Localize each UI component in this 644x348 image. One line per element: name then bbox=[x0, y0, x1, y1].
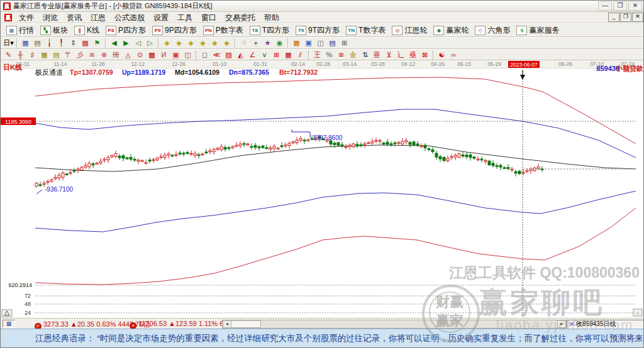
draw-tool-icon-31[interactable]: 金 bbox=[348, 50, 358, 60]
view-tool-icon-14[interactable]: ▷ bbox=[145, 38, 155, 48]
view-tool-icon-6[interactable]: ╿ bbox=[56, 38, 67, 48]
draw-tool-icon-21[interactable]: ◭ bbox=[235, 50, 246, 60]
draw-tool-icon-25[interactable]: ▦ bbox=[283, 50, 294, 60]
view-tool-icon-20[interactable]: ◈ bbox=[209, 38, 220, 48]
toolbar-button-p9-square[interactable]: P99P四方形 bbox=[149, 24, 200, 36]
draw-tool-icon-19[interactable]: ≪ bbox=[211, 50, 222, 60]
draw-tool-icon-30[interactable]: ≊ bbox=[336, 50, 347, 60]
maximize-button[interactable]: ❐ bbox=[613, 1, 627, 11]
draw-tool-icon-26[interactable]: ⫽ bbox=[295, 50, 306, 60]
view-tool-icon-30[interactable]: ◫ bbox=[315, 38, 326, 48]
view-tool-icon-23[interactable]: ☝ bbox=[238, 38, 249, 48]
draw-tool-icon-29[interactable]: % bbox=[324, 50, 335, 60]
menu-item-8[interactable]: 窗口 bbox=[197, 13, 221, 22]
mdi-close-button[interactable]: ✕ bbox=[632, 13, 643, 22]
menu-item-7[interactable]: 工具 bbox=[173, 13, 197, 22]
draw-tool-icon-16[interactable]: ◫ bbox=[182, 50, 193, 60]
menu-item-5[interactable]: 公式选股 bbox=[110, 13, 149, 22]
draw-tool-icon-2[interactable]: ╫ bbox=[15, 50, 26, 60]
menu-item-2[interactable]: 浏览 bbox=[38, 13, 62, 22]
draw-tool-icon-33[interactable]: 亜 bbox=[372, 50, 382, 60]
view-tool-icon-28[interactable]: ▦ bbox=[291, 38, 302, 48]
view-tool-icon-25[interactable]: ★ bbox=[262, 38, 273, 48]
toolbar-button-winner-wheel[interactable]: ◉赢家轮 bbox=[430, 24, 472, 36]
draw-tool-icon-6[interactable]: 〒 bbox=[63, 50, 74, 60]
draw-tool-icon-39[interactable]: ☯ bbox=[436, 50, 447, 60]
toolbar-button-p-square[interactable]: P8P四方形 bbox=[103, 24, 149, 36]
draw-tool-icon-15[interactable]: ▣ bbox=[170, 50, 181, 60]
draw-tool-icon-5[interactable]: ▤ bbox=[51, 50, 62, 60]
draw-tool-icon-18[interactable]: ◻ bbox=[199, 50, 210, 60]
toolbar-button-kline[interactable]: ∥K线 bbox=[71, 24, 103, 36]
draw-tool-icon-37[interactable]: ⊠ bbox=[419, 50, 430, 60]
view-tool-icon-8[interactable]: ▩ bbox=[80, 38, 91, 48]
draw-tool-icon-24[interactable]: ⊞ bbox=[271, 50, 282, 60]
menu-item-9[interactable]: 交易委托 bbox=[221, 13, 260, 22]
view-tool-icon-19[interactable]: ◈ bbox=[197, 38, 208, 48]
draw-tool-icon-32[interactable]: ⇅ bbox=[360, 50, 370, 60]
draw-tool-icon-40[interactable]: ∞ bbox=[448, 50, 459, 60]
scrollbar-thumb[interactable] bbox=[231, 320, 261, 328]
view-tool-icon-17[interactable]: ◈ bbox=[174, 38, 184, 48]
view-tool-icon-7[interactable]: ⇕ bbox=[68, 38, 79, 48]
view-tool-icon-12[interactable]: ▶ bbox=[121, 38, 131, 48]
view-tool-icon-4[interactable]: ▤ bbox=[32, 38, 43, 48]
toolbar-button-hexagon[interactable]: ◇六角形 bbox=[472, 24, 513, 36]
menu-item-6[interactable]: 设置 bbox=[149, 13, 173, 22]
close-button[interactable]: ✕ bbox=[628, 1, 642, 11]
menu-item-3[interactable]: 资讯 bbox=[62, 13, 86, 22]
draw-tool-icon-3[interactable]: ♯ bbox=[27, 50, 38, 60]
view-tool-icon-9[interactable]: ⚑ bbox=[92, 38, 103, 48]
draw-tool-icon-35[interactable]: 辶 bbox=[396, 50, 406, 60]
view-tool-icon-3[interactable]: ▦ bbox=[20, 38, 31, 48]
view-tool-icon-5[interactable]: ╽ bbox=[44, 38, 55, 48]
draw-tool-icon-4[interactable]: ▦ bbox=[39, 50, 50, 60]
toolbar-button-p-number[interactable]: PNP数字表 bbox=[200, 24, 247, 36]
draw-tool-icon-22[interactable]: ∠ bbox=[247, 50, 258, 60]
view-tool-icon-26[interactable]: ◉ bbox=[274, 38, 285, 48]
toolbar-button-t-square[interactable]: T8T四方形 bbox=[247, 24, 292, 36]
indicator-name[interactable]: 极反通道 bbox=[35, 68, 63, 76]
status-kline-box[interactable]: Ж 收859435日线 bbox=[567, 320, 644, 329]
draw-tool-icon-34[interactable]: ⊻ bbox=[384, 50, 394, 60]
menu-item-4[interactable]: 江恩 bbox=[86, 13, 110, 22]
view-tool-icon-13[interactable]: ◁ bbox=[133, 38, 143, 48]
view-tool-icon-18[interactable]: ◈ bbox=[186, 38, 196, 48]
view-tool-icon-11[interactable]: ◀ bbox=[109, 38, 119, 48]
scroll-left-icon[interactable]: ◂ bbox=[223, 320, 231, 328]
chart-h-scrollbar[interactable]: ◂ ▸ bbox=[222, 320, 567, 329]
menu-item-1[interactable]: 文件 bbox=[14, 13, 38, 22]
draw-tool-icon-10[interactable]: 卌 bbox=[111, 50, 121, 60]
draw-tool-icon-11[interactable]: ◬ bbox=[123, 50, 133, 60]
draw-tool-icon-7[interactable]: 彡 bbox=[75, 50, 86, 60]
toolbar-button-service[interactable]: $赢家服务 bbox=[513, 24, 562, 36]
toolbar-button-quote-grid[interactable]: ▦行情 bbox=[3, 24, 37, 36]
mdi-minimize-button[interactable]: _ bbox=[608, 13, 619, 22]
draw-tool-icon-28[interactable]: 王 bbox=[312, 50, 323, 60]
toolbar-button-sector-blocks[interactable]: ▚板块 bbox=[37, 24, 71, 36]
view-tool-icon-1[interactable]: 日▾ bbox=[3, 38, 14, 48]
draw-tool-icon-23[interactable]: ∨ bbox=[259, 50, 270, 60]
minimize-button[interactable]: — bbox=[598, 1, 612, 11]
draw-tool-icon-9[interactable]: ⊕ bbox=[99, 50, 109, 60]
draw-tool-icon-13[interactable]: ▩ bbox=[147, 50, 157, 60]
toolbar-button-gann-wheel[interactable]: ◎江恩轮 bbox=[389, 24, 430, 36]
scroll-right-icon[interactable]: ▸ bbox=[557, 320, 566, 328]
draw-tool-icon-1[interactable]: ✎ bbox=[3, 50, 14, 60]
status-grid-icon[interactable]: ▦ bbox=[3, 320, 15, 328]
kline-chart[interactable]: 10-3111-1411-2812-1212-2601-1001-3102-14… bbox=[1, 60, 644, 318]
draw-tool-icon-12[interactable]: ⊙ bbox=[135, 50, 145, 60]
view-tool-icon-29[interactable]: ▣ bbox=[303, 38, 314, 48]
toolbar-button-t-number[interactable]: TNT数字表 bbox=[343, 24, 389, 36]
draw-tool-icon-36[interactable]: 亟 bbox=[408, 50, 418, 60]
draw-tool-icon-14[interactable]: И bbox=[158, 50, 169, 60]
view-tool-icon-21[interactable]: ◈ bbox=[221, 38, 232, 48]
menu-item-10[interactable]: 帮助 bbox=[260, 13, 284, 22]
view-tool-icon-16[interactable]: ◈ bbox=[162, 38, 172, 48]
view-tool-icon-24[interactable]: ＋ bbox=[250, 38, 261, 48]
toolbar-button-t9-square[interactable]: T99T四方形 bbox=[292, 24, 343, 36]
view-tool-icon-31[interactable]: ▤ bbox=[327, 38, 338, 48]
draw-tool-icon-20[interactable]: ▨ bbox=[223, 50, 234, 60]
mdi-restore-button[interactable]: ❐ bbox=[620, 13, 631, 22]
draw-tool-icon-8[interactable]: ≋ bbox=[87, 50, 97, 60]
